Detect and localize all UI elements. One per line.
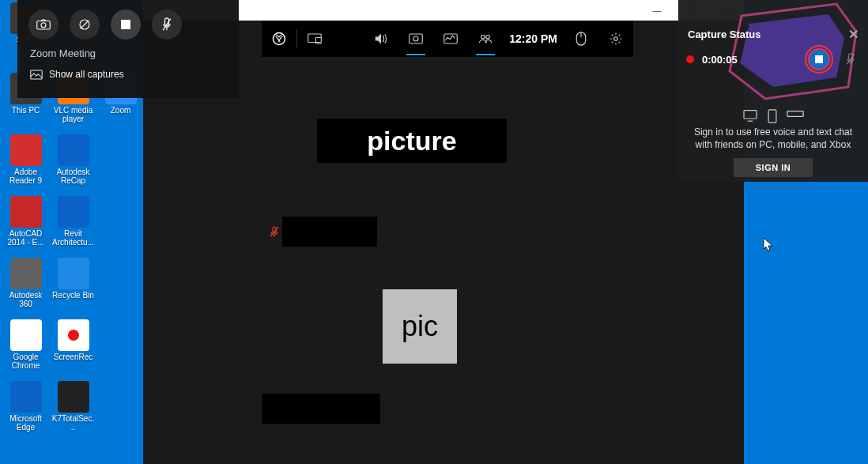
recording-mic-off-icon[interactable] [841, 50, 860, 69]
desktop-icon-a360[interactable]: Autodesk 360 [4, 258, 47, 308]
desktop-icon-screenrec[interactable]: ScreenRec [51, 319, 95, 361]
mobile-icon [768, 109, 777, 123]
settings-icon[interactable] [598, 21, 633, 57]
record-last-button[interactable] [70, 9, 100, 40]
participant-tile-2: pic [383, 289, 457, 364]
capture-icon[interactable] [398, 21, 433, 57]
main-participant-label: picture [317, 119, 507, 163]
svg-point-10 [614, 37, 618, 41]
desktop-icon-chrome[interactable]: Google Chrome [4, 319, 47, 370]
svg-rect-1 [308, 34, 322, 43]
show-all-captures[interactable]: Show all captures [17, 62, 239, 88]
desktop-icon-k7[interactable]: K7TotalSec... [51, 381, 95, 432]
svg-rect-22 [768, 110, 776, 123]
pc-icon [742, 109, 758, 122]
desktop-icon-adobe[interactable]: Adobe Reader 9 [4, 134, 47, 185]
xbox-console-icon [787, 109, 804, 119]
gallery-icon [30, 70, 43, 80]
performance-icon[interactable] [433, 21, 468, 57]
desktop-icon-recap[interactable]: Autodesk ReCap [51, 134, 95, 185]
widgets-icon[interactable] [297, 21, 332, 57]
xbox-gamebar: 12:20 PM [262, 21, 633, 57]
svg-point-0 [274, 33, 285, 45]
capture-status: Capture Status ✕ 0:00:05 [686, 27, 860, 70]
recording-stop-button[interactable] [808, 48, 830, 70]
desktop-icon-edge[interactable]: Microsoft Edge [4, 381, 47, 432]
mouse-icon[interactable] [564, 21, 598, 57]
desktop-icon-autocad[interactable]: AutoCAD 2014 - E... [4, 196, 47, 247]
capture-buttons [17, 0, 239, 44]
svg-rect-13 [37, 21, 51, 30]
svg-rect-3 [409, 34, 423, 43]
window-minimize-button[interactable]: ― [640, 0, 674, 21]
capture-app-label: Zoom Meeting [17, 44, 239, 62]
svg-rect-20 [744, 111, 757, 119]
stop-record-button[interactable] [111, 9, 141, 40]
xbox-devices [678, 109, 868, 123]
audio-icon[interactable] [364, 21, 398, 57]
svg-point-7 [486, 36, 490, 40]
svg-point-14 [41, 23, 46, 28]
mic-toggle-button[interactable] [152, 9, 182, 40]
svg-line-16 [81, 21, 89, 29]
screenshot-button[interactable] [28, 9, 58, 40]
capture-status-title: Capture Status [688, 28, 760, 40]
svg-rect-23 [787, 111, 803, 117]
gamebar-time: 12:20 PM [503, 32, 564, 45]
xbox-icon[interactable] [262, 21, 296, 57]
close-icon[interactable]: ✕ [848, 27, 859, 42]
capture-widget: Zoom Meeting Show all captures [17, 0, 239, 98]
xbox-signin-button[interactable]: SIGN IN [734, 158, 813, 177]
mic-muted-icon [270, 226, 279, 237]
svg-point-6 [481, 36, 485, 40]
recording-time: 0:00:05 [702, 54, 738, 66]
participant-tile-3 [262, 394, 380, 424]
xbox-social-panel: Capture Status ✕ 0:00:05 Sign in to use … [678, 0, 868, 182]
desktop-icon-revit[interactable]: Revit Architectu... [51, 196, 95, 247]
xbox-promo-text: Sign in to use free voice and text chat … [686, 126, 860, 151]
social-icon[interactable] [468, 21, 503, 57]
desktop-icon-recyclebin[interactable]: Recycle Bin [51, 258, 95, 300]
svg-point-4 [413, 36, 418, 41]
recording-dot-icon [686, 55, 694, 63]
participant-tile-1 [282, 217, 377, 247]
